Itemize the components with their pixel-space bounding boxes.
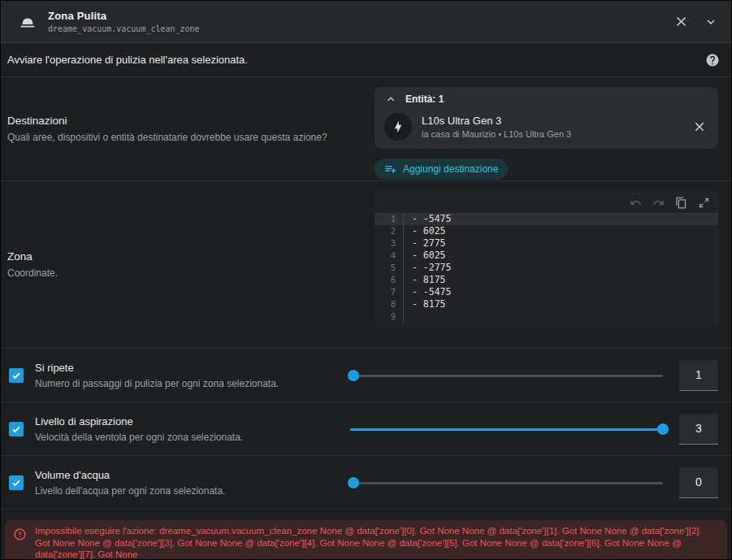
vacuum-icon <box>19 13 37 31</box>
chevron-up-icon <box>384 93 397 106</box>
line-text: - 8175 <box>404 298 718 310</box>
slider-track <box>350 375 663 377</box>
playlist-plus-icon <box>384 163 397 176</box>
option-row-suction: Livello di aspirazione Velocità della ve… <box>1 402 731 456</box>
line-text: - 2775 <box>404 237 718 250</box>
water-checkbox[interactable] <box>9 475 24 490</box>
fullscreen-button[interactable] <box>698 197 710 209</box>
water-label: Volume d'acqua <box>35 469 347 481</box>
redo-button[interactable] <box>652 197 665 209</box>
editor-line-7[interactable]: 7- -5475 <box>375 286 718 298</box>
editor-line-5[interactable]: 5- -2775 <box>375 262 718 274</box>
line-text: - -2775 <box>404 262 718 274</box>
dialog-titles: Zona Pulita dreame_vacuum.vacuum_clean_z… <box>48 10 200 33</box>
slider-thumb[interactable] <box>657 423 669 435</box>
suction-slider[interactable] <box>350 423 663 436</box>
slider-track <box>350 482 663 484</box>
line-number: 6 <box>375 274 404 286</box>
undo-button[interactable] <box>630 197 642 209</box>
water-slider[interactable] <box>350 476 663 489</box>
line-text: - 6025 <box>404 250 718 262</box>
help-button[interactable] <box>704 51 721 69</box>
repeats-label: Si ripete <box>35 362 347 374</box>
add-destination-label: Aggiungi destinazione <box>403 163 498 175</box>
entity-detail: la casa di Maurizio • L10s Ultra Gen 3 <box>422 129 571 139</box>
entity-avatar <box>384 113 412 141</box>
section-zone: Zona Coordinate. 1- -5475 2- 6025 3- 277… <box>1 181 731 349</box>
line-number: 9 <box>375 310 404 323</box>
repeats-slider[interactable] <box>350 369 663 382</box>
dialog-title: Zona Pulita <box>48 10 200 22</box>
zone-label: Zona <box>7 250 350 263</box>
flash-icon <box>391 119 405 134</box>
repeats-checkbox[interactable] <box>9 368 24 383</box>
slider-thumb[interactable] <box>348 370 359 381</box>
editor-line-4[interactable]: 4- 6025 <box>375 250 718 262</box>
destinations-label: Destinazioni <box>7 115 350 127</box>
alert-circle-icon <box>13 527 27 541</box>
close-icon <box>674 14 689 29</box>
suction-description: Velocità della ventola per ogni zona sel… <box>35 432 347 443</box>
entity-name: L10s Ultra Gen 3 <box>422 115 571 127</box>
section-destinations: Destinazioni Quali aree, dispositivi o e… <box>1 77 731 181</box>
close-button[interactable] <box>672 12 691 31</box>
zone-description: Coordinate. <box>7 267 350 280</box>
line-text: - 8175 <box>404 274 718 286</box>
entity-count-label: Entità: 1 <box>405 93 444 105</box>
line-text: - 6025 <box>404 225 718 237</box>
line-text <box>404 310 718 323</box>
menu-toggle-button[interactable] <box>702 13 720 31</box>
editor-line-9[interactable]: 9 <box>375 310 718 323</box>
dialog-header: Zona Pulita dreame_vacuum.vacuum_clean_z… <box>1 1 731 43</box>
destinations-description: Quali aree, dispositivi o entità destina… <box>7 132 350 144</box>
line-text: - -5475 <box>404 286 718 298</box>
line-number: 3 <box>375 237 404 250</box>
option-row-repeats: Si ripete Numero di passaggi di pulizia … <box>1 349 731 402</box>
editor-line-1[interactable]: 1- -5475 <box>375 213 718 225</box>
code-area[interactable]: 1- -5475 2- 6025 3- 2775 4- 6025 5- -277… <box>375 213 718 323</box>
slider-thumb[interactable] <box>348 477 359 488</box>
line-text: - -5475 <box>404 213 718 225</box>
editor-toolbar <box>375 191 718 213</box>
chevron-down-icon <box>704 15 718 29</box>
redo-icon <box>652 197 665 209</box>
service-id: dreame_vacuum.vacuum_clean_zone <box>48 24 200 33</box>
expand-icon <box>698 197 710 209</box>
repeats-value[interactable]: 1 <box>679 360 718 391</box>
undo-icon <box>630 197 642 209</box>
line-number: 1 <box>375 213 404 225</box>
editor-line-6[interactable]: 6- 8175 <box>375 274 718 286</box>
yaml-editor[interactable]: 1- -5475 2- 6025 3- 2775 4- 6025 5- -277… <box>375 191 718 328</box>
editor-line-2[interactable]: 2- 6025 <box>375 225 718 237</box>
copy-icon <box>675 197 687 209</box>
slider-fill <box>350 428 663 431</box>
water-description: Livello dell'acqua per ogni zona selezio… <box>35 485 347 497</box>
copy-button[interactable] <box>675 197 687 209</box>
line-number: 4 <box>375 250 404 262</box>
line-number: 2 <box>375 225 404 237</box>
error-banner: Impossibile eseguire l'azione: dreame_va… <box>5 520 727 560</box>
remove-entity-button[interactable] <box>691 118 708 136</box>
line-number: 5 <box>375 262 404 274</box>
editor-line-8[interactable]: 8- 8175 <box>375 298 718 310</box>
line-number: 7 <box>375 286 404 298</box>
editor-line-3[interactable]: 3- 2775 <box>375 237 718 250</box>
water-value[interactable]: 0 <box>679 467 718 498</box>
repeats-description: Numero di passaggi di pulizia per ogni z… <box>35 378 347 389</box>
line-number: 8 <box>375 298 404 310</box>
option-row-water: Volume d'acqua Livello dell'acqua per og… <box>1 456 731 510</box>
close-icon <box>692 119 707 134</box>
entity-card-header[interactable]: Entità: 1 <box>375 87 718 111</box>
suction-label: Livello di aspirazione <box>35 415 347 428</box>
entity-row: L10s Ultra Gen 3 la casa di Maurizio • L… <box>375 111 718 149</box>
entity-card: Entità: 1 L10s Ultra Gen 3 la casa di Ma… <box>375 87 718 149</box>
intro-text: Avviare l'operazione di pulizia nell'are… <box>7 54 248 66</box>
suction-value[interactable]: 3 <box>679 414 718 445</box>
service-dialog: Zona Pulita dreame_vacuum.vacuum_clean_z… <box>0 0 732 560</box>
add-destination-button[interactable]: Aggiungi destinazione <box>375 158 508 180</box>
error-message: Impossibile eseguire l'azione: dreame_va… <box>35 525 717 560</box>
intro-row: Avviare l'operazione di pulizia nell'are… <box>1 43 731 77</box>
help-icon <box>705 53 720 67</box>
suction-checkbox[interactable] <box>9 422 24 436</box>
